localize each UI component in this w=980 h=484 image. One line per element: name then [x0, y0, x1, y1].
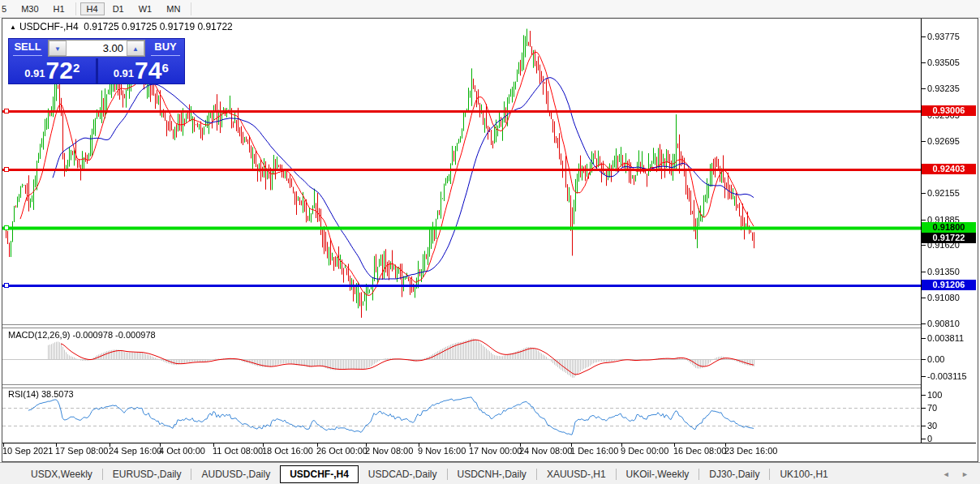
sell-button[interactable]: SELL [9, 39, 46, 58]
macd-axis-tick: 0.00 [927, 354, 944, 364]
chart-tab-usdx-weekly[interactable]: USDX,Weekly [21, 465, 102, 483]
chart-tab-ukoil-weekly[interactable]: UKOil-,Weekly [617, 465, 699, 483]
time-axis-label: 16 Dec 08:00 [673, 446, 726, 456]
toolbar-separator [191, 2, 191, 15]
volume-input[interactable] [67, 41, 127, 56]
time-axis-label: 9 Dec 00:00 [621, 446, 668, 456]
time-axis-label: 11 Oct 08:00 [213, 446, 263, 456]
time-axis-label: 1 Dec 16:00 [570, 446, 618, 456]
hline-label-resistance-lower: 0.92403 [922, 164, 976, 174]
macd-axis-tick: 0.003811 [927, 333, 964, 343]
sell-price-small: 0.91 [24, 67, 45, 79]
timeframe-button-d1[interactable]: D1 [106, 2, 131, 15]
price-axis-tick: 0.91080 [927, 293, 960, 302]
time-axis-label: 9 Nov 16:00 [418, 446, 466, 456]
hline-label-resistance-upper: 0.93006 [922, 105, 976, 116]
rsi-axis-tick: 100 [927, 390, 942, 400]
chart-tab-usdcad-daily[interactable]: USDCAD-,Daily [359, 465, 447, 483]
toolbar-separator [75, 2, 76, 15]
chart-tab-audusd-daily[interactable]: AUDUSD-,Daily [191, 465, 280, 483]
spinner-up-icon: ▲ [132, 45, 139, 53]
buy-underline [151, 55, 180, 56]
timeframe-toolbar: 5M30H1H4D1W1MN [0, 0, 980, 18]
macd-indicator-label: MACD(12,26,9) -0.000978 -0.000978 [8, 330, 156, 340]
chart-tab-usdcnh-daily[interactable]: USDCNH-,Daily [448, 465, 536, 483]
chart-ohlc-values: 0.91725 0.91725 0.91719 0.91722 [84, 21, 233, 32]
time-axis-label: 26 Oct 00:00 [316, 446, 368, 456]
collapse-triangle-icon[interactable]: ▲ [10, 24, 16, 31]
time-axis-label: 23 Dec 16:00 [724, 446, 777, 456]
chart-tab-eurusd-daily[interactable]: EURUSD-,Daily [103, 465, 191, 483]
mt4-terminal: 5M30H1H4D1W1MN ▲USDCHF-,H4 0.91725 0.917… [0, 0, 980, 484]
chart-window: ▲USDCHF-,H4 0.91725 0.91725 0.91719 0.91… [2, 18, 978, 462]
time-axis-label: 4 Oct 00:00 [159, 446, 205, 456]
one-click-trading-panel: SELL ▼ ▲ BUY 0.91722 0.91746 [8, 38, 185, 84]
timeframe-button-w1[interactable]: W1 [132, 2, 159, 15]
hline-label-support-blue: 0.91206 [922, 280, 976, 290]
sell-price-button[interactable]: 0.91722 [9, 58, 96, 84]
chart-title: ▲USDCHF-,H4 0.91725 0.91725 0.91719 0.91… [10, 21, 233, 32]
buy-price-small: 0.91 [114, 67, 134, 79]
chart-symbol-label: USDCHF-,H4 [19, 21, 79, 32]
sell-price-sup: 2 [73, 61, 80, 75]
timeframe-button-mn[interactable]: MN [160, 2, 187, 15]
price-axis-tick: 0.92155 [927, 188, 960, 198]
time-axis-label: 10 Sep 2021 [2, 446, 53, 456]
time-axis-label: 17 Sep 08:00 [55, 446, 108, 456]
time-axis-label: 17 Nov 00:00 [469, 446, 522, 456]
rsi-axis-tick: 30 [927, 421, 937, 430]
timeframe-button-5[interactable]: 5 [0, 2, 13, 15]
price-axis-tick: 0.93775 [927, 32, 960, 41]
hline-label-support-green: 0.91800 [922, 222, 976, 233]
spinner-down-icon: ▼ [54, 45, 61, 53]
time-axis-label: 18 Oct 16:00 [262, 446, 313, 456]
rsi-indicator-label: RSI(14) 38.5073 [8, 389, 74, 399]
price-axis-tick: 0.90810 [927, 319, 960, 328]
current-price-label: 0.91722 [922, 233, 976, 243]
volume-increase-button[interactable]: ▲ [127, 41, 144, 56]
price-axis-tick: 0.92695 [927, 136, 960, 146]
volume-stepper: ▼ ▲ [48, 40, 145, 57]
rsi-axis-tick: 0 [927, 434, 932, 443]
price-axis-tick: 0.93235 [927, 84, 960, 93]
price-axis-tick: 0.93505 [927, 58, 960, 67]
buy-price-big: 74 [135, 59, 161, 82]
timeframe-button-h1[interactable]: H1 [47, 2, 71, 15]
buy-button[interactable]: BUY [147, 39, 184, 58]
chart-tab-bar: USDX,WeeklyEURUSD-,DailyAUDUSD-,DailyUSD… [0, 462, 980, 484]
chart-tab-uk100-h1[interactable]: UK100-,H1 [770, 465, 837, 483]
time-axis-label: 2 Nov 08:00 [365, 446, 413, 456]
chart-tab-dj30-daily[interactable]: DJ30-,Daily [699, 465, 769, 483]
chart-tab-usdchf-h4[interactable]: USDCHF-,H4 [280, 465, 359, 483]
buy-price-sup: 6 [161, 61, 168, 75]
sell-price-big: 72 [46, 59, 73, 82]
tab-scroll-arrows[interactable]: ◄ ► [943, 470, 974, 478]
sell-underline [13, 55, 42, 56]
rsi-axis-tick: 70 [927, 403, 937, 413]
time-axis-label: 24 Sep 16:00 [109, 446, 161, 456]
macd-axis-tick: -0.003115 [927, 371, 967, 381]
timeframe-button-h4[interactable]: H4 [80, 2, 105, 15]
time-axis-label: 24 Nov 08:00 [519, 446, 572, 456]
chart-overlay: ▲USDCHF-,H4 0.91725 0.91725 0.91719 0.91… [2, 19, 978, 461]
buy-price-button[interactable]: 0.91746 [98, 58, 185, 84]
timeframe-button-m30[interactable]: M30 [15, 2, 45, 15]
price-axis-tick: 0.91350 [927, 267, 960, 276]
volume-decrease-button[interactable]: ▼ [49, 41, 67, 56]
chart-tab-xauusd-h1[interactable]: XAUUSD-,H1 [537, 465, 616, 483]
